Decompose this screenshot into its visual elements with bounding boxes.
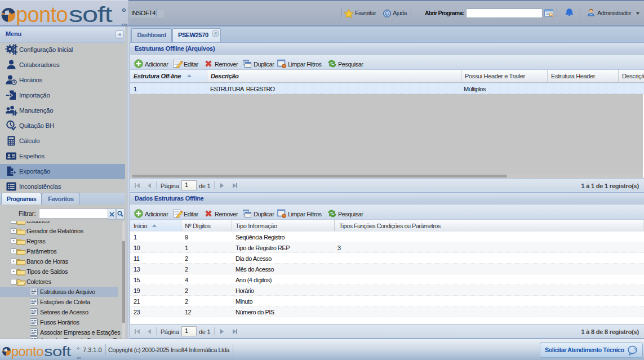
svg-text:?: ? [385, 11, 388, 16]
svg-text:ex: ex [77, 355, 81, 359]
svg-text:soft: soft [69, 3, 113, 26]
svg-text:ponto: ponto [11, 344, 43, 359]
svg-text:ponto: ponto [16, 3, 68, 26]
svg-text:soft: soft [44, 344, 71, 358]
